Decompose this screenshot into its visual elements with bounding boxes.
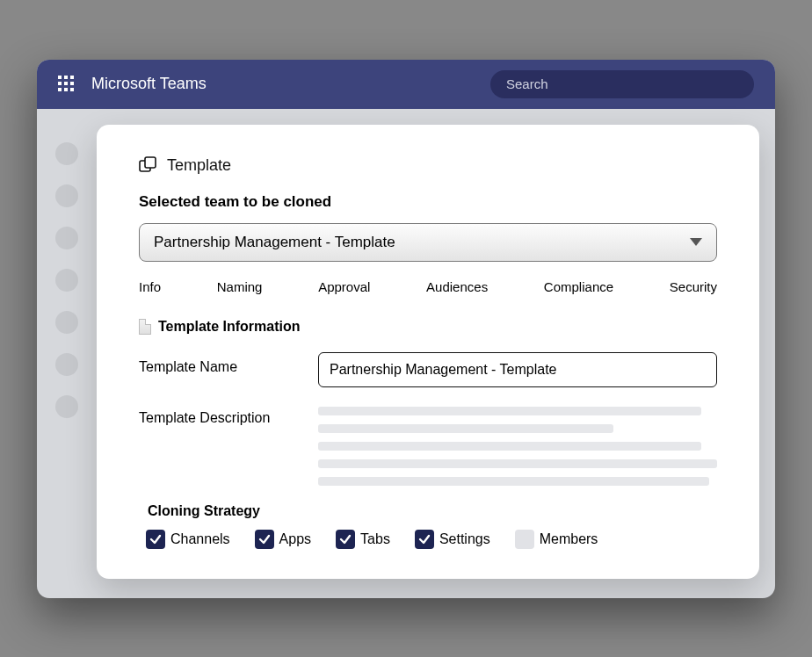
rail-item[interactable] — [55, 227, 78, 249]
window-body: Template Selected team to be cloned Part… — [37, 109, 775, 598]
template-icon — [139, 156, 158, 176]
tab-naming[interactable]: Naming — [217, 279, 263, 294]
rail-item[interactable] — [55, 184, 78, 207]
rail-item[interactable] — [55, 395, 78, 418]
template-card: Template Selected team to be cloned Part… — [97, 125, 759, 579]
left-rail — [37, 125, 97, 579]
teams-window: Microsoft Teams Template — [37, 60, 775, 598]
rail-item[interactable] — [55, 311, 78, 334]
page-icon — [139, 319, 151, 335]
svg-rect-1 — [145, 157, 156, 168]
check-settings-label: Settings — [439, 531, 490, 547]
tab-security[interactable]: Security — [670, 279, 717, 294]
tab-info[interactable]: Info — [139, 279, 161, 294]
card-title: Template — [167, 156, 231, 175]
checkbox-icon — [255, 530, 274, 549]
card-title-row: Template — [139, 156, 717, 176]
cloning-checks: Channels Apps Tabs — [146, 530, 717, 549]
check-apps-label: Apps — [279, 531, 311, 547]
check-channels[interactable]: Channels — [146, 530, 230, 549]
tab-audiences[interactable]: Audiences — [426, 279, 488, 294]
check-tabs-label: Tabs — [360, 531, 390, 547]
check-channels-label: Channels — [170, 531, 230, 547]
rail-item[interactable] — [55, 142, 78, 165]
tabs-row: Info Naming Approval Audiences Complianc… — [139, 279, 717, 294]
app-launcher-icon[interactable] — [58, 76, 76, 93]
check-tabs[interactable]: Tabs — [336, 530, 390, 549]
template-desc-placeholder — [318, 403, 717, 486]
checkbox-icon — [146, 530, 165, 549]
template-name-row: Template Name — [139, 352, 717, 387]
check-members-label: Members — [540, 531, 598, 547]
rail-item[interactable] — [55, 269, 78, 292]
template-desc-label: Template Description — [139, 403, 297, 426]
chevron-down-icon — [690, 238, 702, 246]
check-settings[interactable]: Settings — [415, 530, 490, 549]
selected-team-label: Selected team to be cloned — [139, 193, 717, 211]
template-name-input[interactable] — [318, 352, 717, 387]
check-apps[interactable]: Apps — [255, 530, 311, 549]
template-name-label: Template Name — [139, 352, 297, 375]
team-dropdown-value: Partnership Management - Template — [154, 234, 395, 251]
app-title: Microsoft Teams — [91, 75, 207, 93]
tab-approval[interactable]: Approval — [318, 279, 370, 294]
team-dropdown[interactable]: Partnership Management - Template — [139, 223, 717, 262]
info-heading-row: Template Information — [139, 319, 717, 335]
search-input[interactable] — [506, 76, 738, 91]
cloning-heading: Cloning Strategy — [148, 503, 717, 519]
info-heading: Template Information — [158, 319, 301, 335]
check-members[interactable]: Members — [515, 530, 598, 549]
checkbox-icon — [515, 530, 534, 549]
rail-item[interactable] — [55, 353, 78, 376]
checkbox-icon — [415, 530, 434, 549]
search-field[interactable] — [490, 70, 754, 98]
top-bar: Microsoft Teams — [37, 60, 775, 109]
checkbox-icon — [336, 530, 355, 549]
template-desc-row: Template Description — [139, 403, 717, 486]
tab-compliance[interactable]: Compliance — [544, 279, 613, 294]
